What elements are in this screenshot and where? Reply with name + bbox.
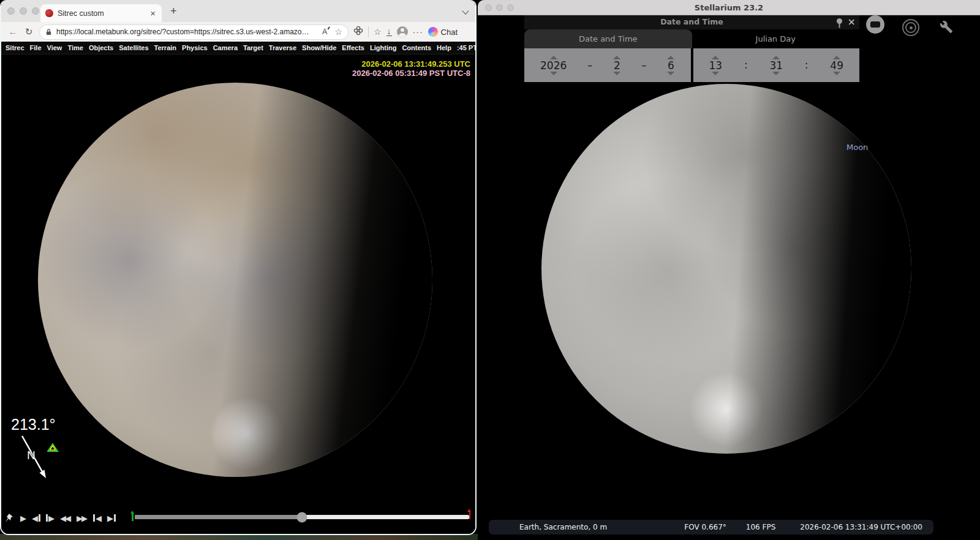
favorite-star-icon[interactable]: ☆ — [334, 27, 342, 37]
moon-object-label: Moon — [846, 143, 868, 152]
stellarium-moon-render[interactable] — [541, 84, 911, 454]
hours-increment-arrow[interactable] — [712, 56, 719, 59]
menu-terrain[interactable]: Terrain — [154, 44, 176, 51]
new-tab-button[interactable]: + — [170, 5, 177, 18]
reader-mode-icon[interactable]: A — [322, 28, 330, 36]
menu-physics[interactable]: Physics — [182, 44, 208, 51]
browser-toolbar: ← ↻ https://local.metabunk.org/sitrec/?c… — [1, 22, 475, 42]
stellarium-window-title: Stellarium 23.2 — [478, 0, 980, 15]
minutes-decrement-arrow[interactable] — [772, 72, 780, 75]
timeline-slider[interactable] — [135, 515, 469, 519]
stellarium-title-bar[interactable]: Stellarium 23.2 — [478, 0, 980, 15]
skip-to-end-button[interactable]: ▶ — [107, 514, 116, 522]
close-window-button[interactable] — [485, 4, 492, 11]
menu-satellites[interactable]: Satellites — [119, 44, 148, 51]
menu-lighting[interactable]: Lighting — [370, 44, 396, 51]
timeline-handle[interactable] — [297, 512, 307, 522]
downloads-icon[interactable]: ↓ — [386, 28, 392, 36]
date-time-dialog[interactable]: Date and Time × Date and Time Julian Day… — [524, 15, 859, 82]
menu-traverse[interactable]: Traverse — [269, 44, 296, 51]
profile-avatar[interactable] — [397, 26, 408, 37]
fast-forward-button[interactable]: ▶▶ — [77, 514, 88, 522]
datetime-readout[interactable]: 2026-02-06 13:31:49 UTC+00:00 — [800, 523, 922, 531]
rewind-button[interactable]: ◀◀ — [60, 514, 71, 522]
seconds-decrement-arrow[interactable] — [833, 72, 840, 75]
pin-icon[interactable] — [5, 513, 15, 523]
menu-objects[interactable]: Objects — [89, 44, 113, 51]
center-target-icon[interactable] — [902, 19, 919, 36]
copilot-chat-label: Chat — [441, 28, 458, 37]
day-value[interactable]: 6 — [668, 60, 674, 71]
stellarium-sky-view[interactable]: Moon Date and Time × Date and Time Julia… — [478, 15, 980, 539]
year-value[interactable]: 2026 — [540, 60, 567, 71]
tab-close-icon[interactable]: × — [149, 8, 157, 18]
minutes-spinner: 31 — [769, 56, 783, 75]
sitrec-menu-bar: Sitrec File View Time Objects Satellites… — [1, 42, 475, 54]
stellarium-window: Stellarium 23.2 Moon Date and Time × Dat… — [478, 0, 980, 540]
year-increment-arrow[interactable] — [550, 56, 557, 59]
menu-contents[interactable]: Contents — [402, 44, 431, 51]
seconds-value[interactable]: 49 — [830, 60, 843, 71]
date-spinner-panel: 2026 – 2 – 6 — [524, 48, 691, 82]
stellarium-status-bar: Earth, Sacramento, 0 m FOV 0.667° 106 FP… — [489, 520, 933, 534]
copilot-icon — [428, 27, 438, 37]
month-value[interactable]: 2 — [614, 60, 620, 71]
browser-essentials-icon[interactable] — [353, 26, 363, 38]
minimize-window-button[interactable] — [496, 4, 503, 11]
menu-showhide[interactable]: Show/Hide — [302, 44, 336, 51]
tab-date-and-time[interactable]: Date and Time — [524, 29, 692, 48]
display-options-icon[interactable] — [866, 15, 884, 34]
step-back-button[interactable]: ◀ — [32, 514, 40, 522]
hours-value[interactable]: 13 — [709, 60, 723, 71]
tab-title: Sitrec custom — [58, 9, 145, 18]
month-increment-arrow[interactable] — [613, 56, 620, 59]
more-menu-icon[interactable]: ··· — [413, 27, 423, 37]
dialog-title-bar[interactable]: Date and Time × — [524, 15, 859, 29]
address-bar[interactable]: https://local.metabunk.org/sitrec/?custo… — [39, 24, 349, 40]
playback-controls: ▶ ◀ ▶ ◀◀ ▶▶ ◀ ▶ — [5, 512, 116, 524]
close-window-button[interactable] — [7, 7, 15, 15]
menu-effects[interactable]: Effects — [342, 44, 364, 51]
browser-window: Sitrec custom × + ← ↻ https://local.meta… — [0, 0, 477, 535]
reload-button[interactable]: ↻ — [23, 26, 34, 37]
sitrec-moon-render — [38, 83, 432, 477]
menu-help[interactable]: Help — [437, 44, 451, 51]
menu-view[interactable]: View — [47, 44, 62, 51]
menu-file[interactable]: File — [30, 44, 42, 51]
zoom-window-button[interactable] — [32, 7, 39, 15]
day-decrement-arrow[interactable] — [667, 72, 674, 75]
timeline-end-marker — [469, 511, 471, 519]
play-button[interactable]: ▶ — [20, 514, 26, 522]
timeline-start-marker — [132, 512, 134, 521]
step-forward-button[interactable]: ▶ — [46, 514, 55, 522]
configuration-wrench-icon[interactable] — [940, 20, 953, 36]
minutes-increment-arrow[interactable] — [772, 56, 780, 59]
north-label: N — [27, 449, 36, 462]
menu-target[interactable]: Target — [243, 44, 263, 51]
map-pin-icon[interactable] — [835, 18, 843, 31]
skip-to-start-button[interactable]: ◀ — [93, 514, 102, 522]
dialog-close-icon[interactable]: × — [848, 16, 856, 28]
minutes-value[interactable]: 31 — [769, 60, 783, 71]
hours-decrement-arrow[interactable] — [712, 72, 719, 75]
zoom-window-button[interactable] — [507, 4, 514, 11]
month-decrement-arrow[interactable] — [613, 72, 620, 75]
day-increment-arrow[interactable] — [667, 56, 674, 59]
seconds-increment-arrow[interactable] — [833, 56, 840, 59]
menu-camera[interactable]: Camera — [213, 44, 238, 51]
time-separator: : — [805, 59, 809, 72]
fov-readout: FOV 0.667° — [684, 523, 726, 531]
sitrec-viewport[interactable]: 2026-02-06 13:31:49.253 UTC 2026-02-06 0… — [1, 54, 475, 534]
menu-time[interactable]: Time — [67, 44, 83, 51]
copilot-chat-button[interactable]: Chat — [428, 27, 458, 37]
collections-icon[interactable]: ☆ — [374, 27, 382, 37]
minimize-window-button[interactable] — [20, 7, 27, 15]
tab-julian-day[interactable]: Julian Day — [692, 29, 860, 48]
stellarium-traffic-lights — [485, 4, 514, 11]
location-readout[interactable]: Earth, Sacramento, 0 m — [519, 523, 607, 531]
menu-sitrec[interactable]: Sitrec — [6, 44, 24, 51]
back-button[interactable]: ← — [7, 26, 18, 37]
year-decrement-arrow[interactable] — [550, 72, 557, 75]
tab-list-chevron-down-icon[interactable] — [462, 7, 469, 14]
active-tab[interactable]: Sitrec custom × — [40, 4, 162, 22]
